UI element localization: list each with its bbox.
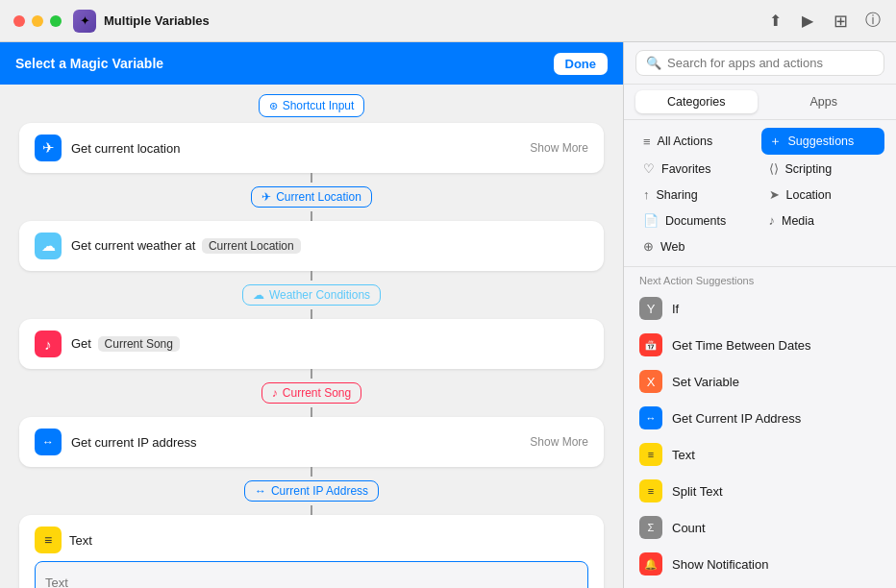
suggestion-show-notification[interactable]: 🔔 Show Notification	[624, 546, 896, 582]
show-more-location[interactable]: Show More	[530, 141, 588, 155]
output-badge-weather-icon: ☁	[253, 288, 264, 302]
traffic-lights	[13, 15, 62, 27]
suggestion-if[interactable]: Y If	[624, 290, 896, 327]
sharing-icon: ↑	[643, 187, 650, 202]
action-text-weather: Get current weather at Current Location	[71, 238, 304, 254]
category-suggestions[interactable]: ＋ Suggestions	[761, 128, 885, 155]
suggestion-device-details[interactable]: 📱 Get Device Details	[624, 582, 896, 588]
output-badge-ip[interactable]: ↔ Current IP Address	[244, 480, 379, 502]
category-sharing[interactable]: ↑ Sharing	[635, 183, 759, 207]
weather-icon: ☁	[35, 233, 62, 259]
actions-search: 🔍	[624, 42, 896, 85]
notification-icon: 🔔	[639, 552, 662, 576]
tab-apps[interactable]: Apps	[763, 90, 885, 113]
output-badge-song-label: Current Song	[283, 386, 351, 400]
maximize-button[interactable]	[50, 15, 62, 27]
output-badge-weather[interactable]: ☁ Weather Conditions	[242, 284, 381, 306]
share-button[interactable]: ⬆	[765, 12, 784, 31]
connector-ip: ↔ Current IP Address	[19, 467, 604, 515]
documents-label: Documents	[665, 214, 726, 228]
shortcut-input-label: Shortcut Input	[283, 99, 355, 112]
action-card-get-location[interactable]: ✈ Get current location Show More	[19, 123, 604, 173]
ip-icon: ↔	[35, 429, 62, 455]
show-more-ip[interactable]: Show More	[530, 435, 588, 449]
minimize-button[interactable]	[32, 15, 43, 27]
done-button[interactable]: Done	[554, 53, 609, 75]
all-actions-icon: ≡	[643, 135, 651, 149]
action-card-left: ✈ Get current location	[35, 135, 180, 161]
favorites-icon: ♡	[643, 161, 655, 176]
category-documents[interactable]: 📄 Documents	[635, 208, 759, 233]
suggestion-count[interactable]: Σ Count	[624, 509, 896, 546]
categories-grid: ≡ All Actions ＋ Suggestions ♡ Favorites …	[624, 120, 896, 267]
connector-line-6	[311, 407, 312, 417]
shortcut-input-badge[interactable]: ⊛ Shortcut Input	[259, 94, 365, 117]
output-badge-location[interactable]: ✈ Current Location	[251, 186, 372, 208]
category-all-actions[interactable]: ≡ All Actions	[635, 128, 759, 155]
all-actions-label: All Actions	[658, 135, 713, 148]
suggestion-time-between[interactable]: 📅 Get Time Between Dates	[624, 327, 896, 363]
output-badge-ip-label: Current IP Address	[271, 484, 368, 498]
location-label: Location	[786, 188, 832, 202]
split-text-icon: ≡	[639, 479, 662, 502]
tab-row: Categories Apps	[624, 85, 896, 120]
scripting-icon: ⟨⟩	[769, 161, 779, 176]
category-favorites[interactable]: ♡ Favorites	[635, 157, 759, 181]
suggestions-icon: ＋	[769, 133, 782, 150]
category-web[interactable]: ⊕ Web	[635, 234, 759, 258]
action-card-get-ip[interactable]: ↔ Get current IP address Show More	[19, 417, 604, 467]
suggestion-split-text-label: Split Text	[672, 484, 723, 499]
info-button[interactable]: ⓘ	[863, 12, 883, 31]
category-media[interactable]: ♪ Media	[761, 208, 885, 233]
suggestion-get-ip[interactable]: ↔ Get Current IP Address	[624, 400, 896, 436]
web-icon: ⊕	[643, 239, 654, 254]
text-sugg-icon: ≡	[639, 443, 662, 466]
weather-location-badge[interactable]: Current Location	[202, 238, 301, 254]
suggestion-split-text[interactable]: ≡ Split Text	[624, 473, 896, 509]
if-icon: Y	[639, 297, 662, 320]
window-title: Multiple Variables	[104, 13, 765, 28]
action-card-get-song[interactable]: ♪ Get Current Song	[19, 319, 604, 369]
search-icon: 🔍	[646, 56, 661, 70]
action-card-text[interactable]: ≡ Text	[19, 515, 604, 588]
media-icon: ♪	[769, 213, 776, 228]
category-location[interactable]: ➤ Location	[761, 183, 885, 207]
text-action-input[interactable]	[35, 561, 588, 588]
action-text-ip: Get current IP address	[71, 435, 197, 450]
suggestion-time-between-label: Get Time Between Dates	[672, 338, 811, 353]
output-badge-weather-label: Weather Conditions	[269, 288, 370, 302]
suggestion-set-variable[interactable]: X Set Variable	[624, 363, 896, 400]
action-card-get-weather[interactable]: ☁ Get current weather at Current Locatio…	[19, 221, 604, 271]
search-input[interactable]	[667, 56, 874, 70]
suggestion-text[interactable]: ≡ Text	[624, 436, 896, 473]
suggestion-text-label: Text	[672, 448, 695, 462]
suggestion-get-ip-label: Get Current IP Address	[672, 411, 801, 426]
category-scripting[interactable]: ⟨⟩ Scripting	[761, 157, 885, 181]
connector-line-8	[311, 505, 312, 515]
location-cat-icon: ➤	[769, 187, 780, 202]
location-icon: ✈	[35, 135, 62, 161]
action-text-location: Get current location	[71, 141, 180, 156]
time-between-icon: 📅	[639, 333, 662, 356]
output-badge-song-icon: ♪	[272, 386, 278, 400]
favorites-label: Favorites	[661, 162, 710, 176]
tab-categories[interactable]: Categories	[635, 90, 758, 113]
shortcut-input-row: ⊛ Shortcut Input	[19, 94, 604, 117]
workflow-header: Select a Magic Variable Done	[0, 42, 623, 85]
add-to-library-button[interactable]: ⊞	[831, 12, 850, 31]
output-badge-song[interactable]: ♪ Current Song	[261, 382, 361, 404]
suggestion-show-notification-label: Show Notification	[672, 557, 768, 572]
documents-icon: 📄	[643, 213, 659, 228]
output-badge-location-icon: ✈	[261, 190, 271, 204]
action-card-weather-left: ☁ Get current weather at Current Locatio…	[35, 233, 304, 259]
connector-song: ♪ Current Song	[19, 369, 604, 417]
media-label: Media	[782, 214, 814, 228]
play-button[interactable]: ▶	[798, 12, 817, 31]
action-text-song: Get Current Song	[71, 336, 183, 352]
close-button[interactable]	[13, 15, 25, 27]
workflow-panel: Select a Magic Variable Done ⊛ Shortcut …	[0, 42, 623, 588]
scripting-label: Scripting	[785, 162, 833, 176]
connector-location: ✈ Current Location	[19, 173, 604, 221]
song-badge[interactable]: Current Song	[98, 336, 180, 352]
sharing-label: Sharing	[657, 188, 698, 202]
